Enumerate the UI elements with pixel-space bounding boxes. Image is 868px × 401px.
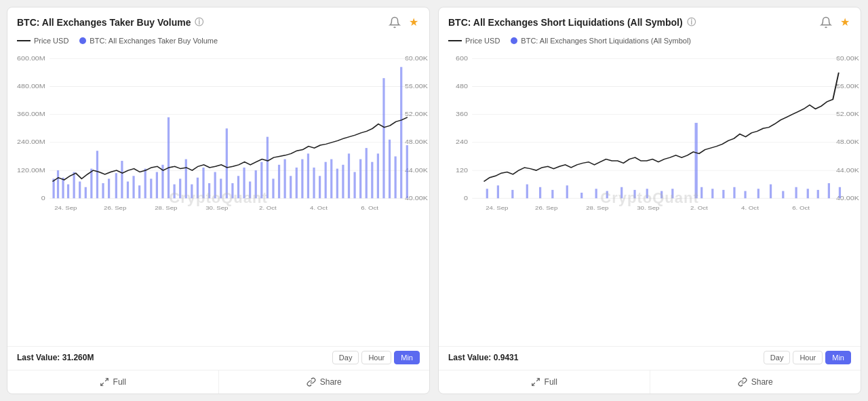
- svg-rect-125: [633, 190, 635, 198]
- svg-rect-48: [185, 159, 187, 199]
- svg-rect-77: [353, 172, 355, 199]
- card-footer-2: Last Value: 0.9431 Day Hour Min: [439, 346, 861, 370]
- svg-rect-135: [757, 189, 760, 198]
- legend-line-label-1: Price USD: [34, 37, 68, 45]
- svg-text:30. Sep: 30. Sep: [205, 205, 228, 211]
- svg-rect-129: [694, 123, 697, 198]
- share-btn-2[interactable]: Share: [650, 370, 861, 394]
- svg-rect-133: [733, 187, 735, 198]
- star-icon-2[interactable]: ★: [839, 14, 851, 30]
- svg-rect-36: [115, 173, 117, 198]
- svg-text:44.00K: 44.00K: [405, 167, 429, 173]
- svg-rect-119: [551, 190, 553, 198]
- svg-text:52.00K: 52.00K: [405, 111, 429, 117]
- legend-dot-1: [79, 37, 86, 44]
- last-value-label-2: Last Value:: [448, 353, 491, 362]
- svg-rect-81: [377, 153, 379, 198]
- full-btn-1[interactable]: Full: [7, 370, 219, 394]
- svg-rect-30: [79, 182, 81, 199]
- svg-rect-33: [96, 151, 98, 198]
- svg-rect-86: [406, 145, 408, 198]
- svg-rect-61: [260, 162, 262, 199]
- share-btn-1[interactable]: Share: [219, 370, 430, 394]
- chart-area-2: CryptoQuant 600 480 360 240 120 0 60.00K…: [439, 50, 861, 346]
- svg-rect-131: [711, 189, 713, 198]
- legend-line-2: [448, 40, 462, 41]
- svg-text:30. Sep: 30. Sep: [637, 205, 659, 211]
- svg-rect-127: [660, 191, 663, 199]
- svg-rect-85: [400, 67, 402, 199]
- hour-btn-2[interactable]: Hour: [793, 351, 823, 364]
- day-btn-1[interactable]: Day: [332, 351, 359, 364]
- svg-rect-114: [486, 189, 488, 198]
- svg-text:28. Sep: 28. Sep: [586, 205, 608, 211]
- svg-rect-130: [701, 187, 703, 198]
- last-value-number-1: 31.260M: [62, 353, 94, 362]
- svg-rect-117: [526, 185, 528, 199]
- legend-item-dot-2: BTC: All Exchanges Short Liquidations (A…: [511, 37, 691, 45]
- svg-rect-132: [722, 190, 724, 198]
- svg-rect-46: [174, 185, 176, 199]
- svg-rect-26: [57, 170, 59, 198]
- legend-line-1: [17, 40, 31, 41]
- svg-text:600: 600: [456, 55, 468, 61]
- share-label-1: Share: [320, 377, 342, 387]
- bell-icon-2[interactable]: [818, 15, 833, 30]
- svg-text:6. Oct: 6. Oct: [361, 205, 378, 211]
- svg-rect-64: [278, 165, 280, 198]
- svg-rect-137: [782, 191, 784, 199]
- svg-text:0: 0: [41, 195, 45, 201]
- svg-rect-136: [770, 185, 772, 199]
- svg-text:60.00K: 60.00K: [836, 55, 860, 61]
- svg-rect-53: [214, 172, 216, 199]
- svg-rect-74: [336, 169, 338, 199]
- svg-rect-37: [121, 161, 123, 198]
- chart1-title: BTC: All Exchanges Taker Buy Volume: [17, 17, 191, 28]
- svg-rect-142: [839, 187, 841, 198]
- chart-area-1: CryptoQuant 600.00M 480.00M 360.00M 240.…: [7, 50, 429, 346]
- svg-rect-57: [237, 176, 239, 198]
- svg-text:48.00K: 48.00K: [836, 139, 860, 145]
- card-header-1: BTC: All Exchanges Taker Buy Volume ⓘ ★: [7, 7, 429, 34]
- min-btn-2[interactable]: Min: [825, 351, 851, 364]
- svg-rect-69: [307, 153, 309, 198]
- help-icon-2[interactable]: ⓘ: [687, 16, 696, 28]
- star-icon-1[interactable]: ★: [408, 14, 420, 30]
- legend-item-dot-1: BTC: All Exchanges Taker Buy Volume: [79, 37, 218, 45]
- svg-rect-70: [313, 168, 315, 198]
- svg-line-144: [532, 383, 534, 385]
- svg-rect-121: [580, 193, 583, 198]
- svg-rect-141: [828, 183, 830, 198]
- svg-rect-124: [620, 187, 623, 198]
- hour-btn-1[interactable]: Hour: [361, 351, 391, 364]
- svg-rect-116: [511, 190, 513, 198]
- last-value-2: Last Value: 0.9431: [448, 353, 518, 362]
- svg-rect-72: [325, 162, 327, 199]
- svg-rect-41: [144, 169, 146, 199]
- svg-rect-49: [191, 185, 193, 199]
- full-btn-2[interactable]: Full: [439, 370, 650, 394]
- svg-text:120: 120: [456, 167, 468, 173]
- svg-rect-68: [301, 159, 303, 199]
- svg-text:360.00M: 360.00M: [17, 111, 45, 117]
- svg-rect-43: [156, 172, 158, 199]
- svg-rect-47: [179, 178, 181, 198]
- share-icon-2: [738, 377, 747, 387]
- bell-icon-1[interactable]: [387, 15, 402, 30]
- svg-text:6. Oct: 6. Oct: [792, 205, 810, 211]
- min-btn-1[interactable]: Min: [394, 351, 420, 364]
- svg-rect-80: [371, 162, 373, 199]
- help-icon-1[interactable]: ⓘ: [195, 16, 203, 28]
- svg-text:60.00K: 60.00K: [405, 55, 429, 61]
- day-btn-2[interactable]: Day: [764, 351, 791, 364]
- svg-rect-52: [208, 183, 210, 198]
- svg-text:240: 240: [456, 139, 468, 145]
- card-title-1: BTC: All Exchanges Taker Buy Volume ⓘ: [17, 16, 203, 28]
- svg-rect-71: [319, 176, 321, 198]
- legend-2: Price USD BTC: All Exchanges Short Liqui…: [439, 34, 861, 50]
- svg-rect-56: [231, 183, 233, 198]
- time-controls-2: Day Hour Min: [764, 351, 851, 364]
- full-label-1: Full: [113, 377, 126, 387]
- svg-rect-140: [817, 190, 819, 198]
- card-header-2: BTC: All Exchanges Short Liquidations (A…: [439, 7, 861, 34]
